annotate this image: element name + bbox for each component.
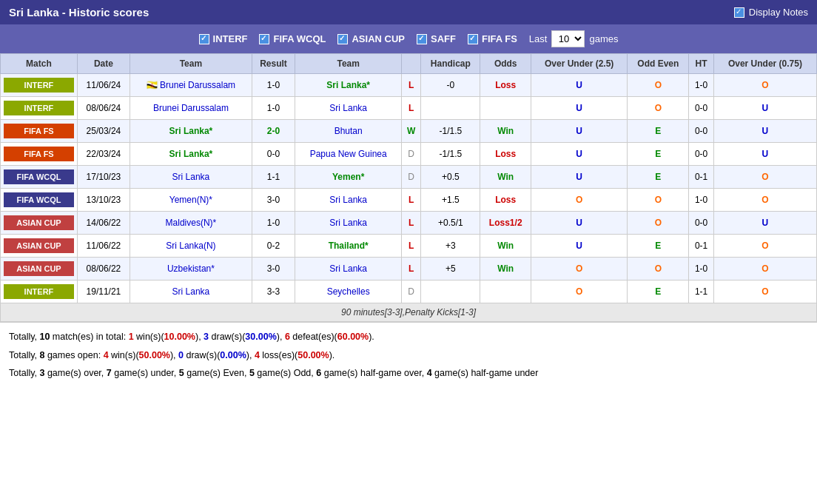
ou25-cell: O <box>531 258 628 280</box>
team1-cell: 🇧🇳 Brunei Darussalam <box>130 74 252 97</box>
ou25-cell: U <box>531 120 628 143</box>
team1-cell: Sri Lanka(N) <box>130 235 252 258</box>
match-type-badge: FIFA FS <box>4 147 74 161</box>
interf-label: INTERF <box>213 33 248 44</box>
display-notes-checkbox[interactable] <box>734 7 744 18</box>
ht-cell: 0-0 <box>689 212 714 235</box>
team2-cell: Thailand* <box>295 235 402 258</box>
ht-ou-cell: O <box>713 258 816 280</box>
fifa-fs-checkbox[interactable] <box>468 34 478 44</box>
team1-name: Maldives(N)* <box>166 218 217 228</box>
match-type-cell: INTERF <box>1 74 78 97</box>
col-result: Result <box>252 54 295 74</box>
date-cell: 13/10/23 <box>77 189 130 212</box>
ou25-cell: O <box>531 280 628 303</box>
date-cell: 17/10/23 <box>77 166 130 189</box>
result-cell: 1-0 <box>252 74 295 97</box>
match-type-badge: ASIAN CUP <box>4 261 74 276</box>
result-score: 3-0 <box>267 195 280 205</box>
oe-cell: E <box>628 280 689 303</box>
saff-checkbox[interactable] <box>417 34 427 44</box>
match-type-badge: FIFA WCQL <box>4 169 74 184</box>
team2-cell: Papua New Guinea <box>295 143 402 166</box>
table-row: INTERF 08/06/24 Brunei Darussalam 1-0 Sr… <box>1 97 817 120</box>
fifa-fs-label: FIFA FS <box>482 33 517 44</box>
ht-cell: 1-0 <box>689 189 714 212</box>
odds-cell: Loss <box>480 74 531 97</box>
odds-cell: Loss <box>480 143 531 166</box>
main-container: Sri Lanka - Historic scores Display Note… <box>0 0 817 389</box>
ht-ou-cell: O <box>713 235 816 258</box>
filter-fifa-fs[interactable]: FIFA FS <box>468 33 517 44</box>
interf-checkbox[interactable] <box>199 34 209 44</box>
col-empty <box>402 54 421 74</box>
outcome-cell: L <box>402 189 421 212</box>
team2-name: Papua New Guinea <box>310 149 387 159</box>
scores-table: Match Date Team Result Team Handicap Odd… <box>0 53 817 322</box>
summary-line2: Totally, 8 games open: 4 win(s)(50.00%),… <box>9 347 808 364</box>
match-type-cell: ASIAN CUP <box>1 212 78 235</box>
team2-cell: Sri Lanka* <box>295 74 402 97</box>
date-cell: 11/06/22 <box>77 235 130 258</box>
odds-cell <box>480 280 531 303</box>
oe-cell: O <box>628 258 689 280</box>
odds-cell: Win <box>480 166 531 189</box>
odds-cell: Win <box>480 258 531 280</box>
outcome-badge: L <box>408 80 414 90</box>
games-label: games <box>589 33 618 44</box>
col-oe: Odd Even <box>628 54 689 74</box>
summary-line1: Totally, 10 match(es) in total: 1 win(s)… <box>9 329 808 346</box>
last-games-section: Last 10 20 30 games <box>529 30 619 47</box>
header-bar: Sri Lanka - Historic scores Display Note… <box>0 0 817 24</box>
team1-name: Sri Lanka <box>172 172 210 182</box>
result-score: 3-3 <box>267 286 280 297</box>
result-score: 3-0 <box>267 263 280 274</box>
filter-asian-cup[interactable]: ASIAN CUP <box>337 33 405 44</box>
team1-cell: Yemen(N)* <box>130 189 252 212</box>
handicap-cell <box>421 97 480 120</box>
last-games-select[interactable]: 10 20 30 <box>551 30 585 47</box>
result-cell: 0-2 <box>252 235 295 258</box>
handicap-cell: +3 <box>421 235 480 258</box>
team2-name: Sri Lanka* <box>326 80 370 90</box>
odds-cell: Win <box>480 235 531 258</box>
date-cell: 19/11/21 <box>77 280 130 303</box>
team2-name: Sri Lanka <box>329 103 367 113</box>
filter-bar: INTERF FIFA WCQL ASIAN CUP SAFF FIFA FS … <box>0 24 817 53</box>
handicap-cell: +0.5 <box>421 166 480 189</box>
match-type-cell: ASIAN CUP <box>1 258 78 280</box>
filter-fifa-wcql[interactable]: FIFA WCQL <box>259 33 326 44</box>
result-score: 1-1 <box>267 172 280 182</box>
fifa-wcql-checkbox[interactable] <box>259 34 269 44</box>
team1-cell: Sri Lanka <box>130 280 252 303</box>
team2-name: Bhutan <box>334 126 363 136</box>
team2-cell: Sri Lanka <box>295 212 402 235</box>
oe-cell: E <box>628 120 689 143</box>
handicap-cell: +5 <box>421 258 480 280</box>
team1-name: Sri Lanka* <box>169 126 213 136</box>
match-type-badge: FIFA FS <box>4 124 74 138</box>
result-cell: 2-0 <box>252 120 295 143</box>
filter-saff[interactable]: SAFF <box>417 33 456 44</box>
handicap-cell: -0 <box>421 74 480 97</box>
outcome-cell: L <box>402 97 421 120</box>
ht-cell: 0-0 <box>689 120 714 143</box>
odds-cell: Loss1/2 <box>480 212 531 235</box>
outcome-cell: L <box>402 74 421 97</box>
filter-interf[interactable]: INTERF <box>199 33 248 44</box>
date-cell: 08/06/24 <box>77 97 130 120</box>
result-score: 0-2 <box>267 241 280 251</box>
ht-cell: 0-1 <box>689 166 714 189</box>
team1-cell: Uzbekistan* <box>130 258 252 280</box>
ht-cell: 0-1 <box>689 235 714 258</box>
note-row: 90 minutes[3-3],Penalty Kicks[1-3] <box>1 303 817 322</box>
match-type-badge: ASIAN CUP <box>4 215 74 230</box>
match-type-badge: INTERF <box>4 284 74 299</box>
asian-cup-checkbox[interactable] <box>337 34 348 44</box>
note-cell: 90 minutes[3-3],Penalty Kicks[1-3] <box>1 303 817 322</box>
team2-cell: Sri Lanka <box>295 97 402 120</box>
ou25-cell: U <box>531 74 628 97</box>
result-score: 1-0 <box>267 103 280 113</box>
oe-cell: O <box>628 212 689 235</box>
team1-cell: Maldives(N)* <box>130 212 252 235</box>
